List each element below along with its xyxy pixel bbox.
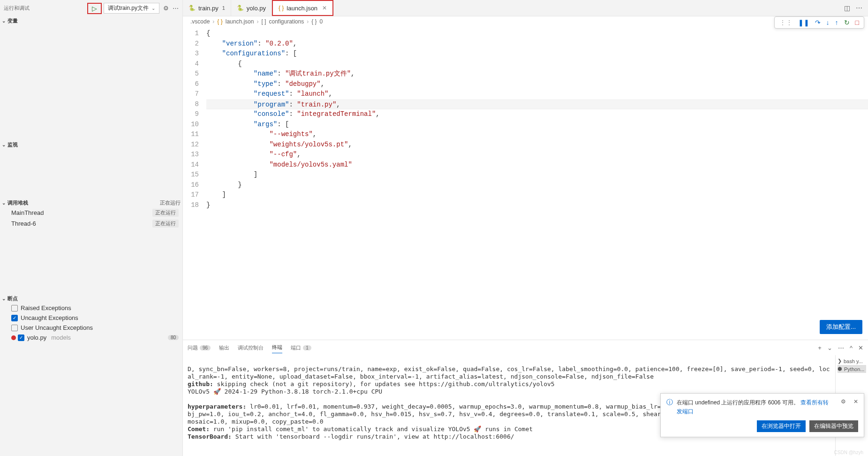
checkbox[interactable]: ✓ [18,334,24,341]
start-debug-button[interactable]: ▷ [87,3,102,14]
editor: 123456789101112131415161718 { "version":… [183,27,868,340]
gear-icon[interactable]: ⚙ [841,398,846,405]
sidebar-title: 运行和调试 [4,5,87,12]
chevron-right-icon: › [257,18,258,25]
breakpoint-label: Uncaught Exceptions [21,314,78,321]
restart-icon[interactable]: ↻ [844,19,850,26]
section-breakpoints: Raised Exceptions ✓ Uncaught Exceptions … [0,303,182,456]
callstack-status: 正在运行 [160,199,181,206]
terminal-bash[interactable]: ❯ bash y... [838,357,866,365]
play-icon: ▷ [92,5,97,12]
chevron-down-icon: ⌄ [2,200,6,205]
breakpoint-raised[interactable]: Raised Exceptions [0,303,182,313]
chevron-down-icon: ⌄ [151,6,155,11]
section-watch-header[interactable]: ⌄ 监视 [0,140,182,149]
terminal-item-label: bash y... [844,358,863,364]
preview-in-editor-button[interactable]: 在编辑器中预览 [809,420,858,432]
maximize-icon[interactable]: ^ [850,344,853,351]
new-terminal-icon[interactable]: + [818,344,822,351]
info-icon: ⓘ [666,398,673,407]
breadcrumb-file[interactable]: launch.json [226,18,254,25]
notification-sublink[interactable]: 发端口 [677,408,858,416]
code-editor[interactable]: 123456789101112131415161718 { "version":… [183,27,868,340]
code-content[interactable]: { "version": "0.2.0", "configurations": … [206,29,868,340]
more-icon[interactable]: ⋯ [838,344,844,351]
breakpoint-file[interactable]: ✓ yolo.py models 80 [0,333,182,342]
breadcrumb-obj[interactable]: 0 [320,18,323,25]
section-variables-header[interactable]: ⌄ 变量 [0,16,182,25]
tab-launch-json[interactable]: { } launch.json ✕ [272,0,333,16]
tabs-actions: ◫ ⋯ [844,4,868,12]
tab-label: launch.json [287,5,317,12]
section-breakpoints-label: 断点 [8,295,18,302]
chevron-right-icon: › [307,18,309,25]
close-icon[interactable]: ✕ [853,398,858,405]
terminal-github-text: skipping check (not a git repository), f… [213,380,555,388]
checkbox[interactable] [11,325,18,331]
chevron-down-icon: ⌄ [2,142,6,147]
bottom-panel: 问题 96 输出 调试控制台 终端 端口 1 + ⌄ ⋯ ^ ✕ D, sync… [183,340,868,456]
panel-tab-output[interactable]: 输出 [219,342,229,353]
terminal-item-label: Python... [844,366,864,372]
editor-tabs: 🐍 train.py 1 🐍 yolo.py { } launch.json ✕… [183,0,868,16]
terminal-yolo: YOLOv5 🚀 2024-1-29 Python-3.8.18 torch-2… [188,388,382,395]
add-config-button[interactable]: 添加配置... [820,320,862,334]
terminal-python[interactable]: ⬢ Python... [838,365,866,373]
terminal-line: D, sync_bn=False, workers=8, project=run… [188,365,830,380]
main-area: 🐍 train.py 1 🐍 yolo.py { } launch.json ✕… [183,0,868,456]
section-callstack-label: 调用堆栈 [8,199,28,206]
more-icon[interactable]: ⋯ [856,4,862,12]
chevron-down-icon[interactable]: ⌄ [827,344,832,351]
notification-toast: ⓘ 在端口 undefined 上运行的应用程序 6006 可用。 查看所有转 … [660,393,864,437]
panel-tab-ports[interactable]: 端口 1 [291,342,311,353]
grip-icon[interactable]: ⋮⋮ [779,19,793,26]
thread-name: Thread-6 [11,220,36,227]
breakpoint-folder: models [51,334,71,341]
checkbox[interactable]: ✓ [11,315,18,321]
step-out-icon[interactable]: ↑ [835,19,838,26]
tab-train-py[interactable]: 🐍 train.py 1 [183,0,231,16]
tab-yolo-py[interactable]: 🐍 yolo.py [231,0,272,16]
breakpoint-user-uncaught[interactable]: User Uncaught Exceptions [0,323,182,333]
step-over-icon[interactable]: ↷ [815,19,821,26]
debug-config-select[interactable]: 调试train.py文件 ⌄ [104,3,159,14]
breakpoint-uncaught[interactable]: ✓ Uncaught Exceptions [0,313,182,323]
pause-icon[interactable]: ❚❚ [798,19,809,26]
section-variables-label: 变量 [8,17,18,24]
section-watch-label: 监视 [8,141,18,148]
breadcrumb: .vscode › { } launch.json › [ ] configur… [183,16,868,27]
section-callstack-header[interactable]: ⌄ 调用堆栈 正在运行 [0,198,182,207]
close-icon[interactable]: ✕ [858,344,863,351]
thread-row[interactable]: MainThread 正在运行 [0,207,182,218]
debug-config-label: 调试train.py文件 [108,4,149,12]
watermark: CSDN @hzyh [834,450,863,455]
chevron-down-icon: ⌄ [2,18,6,23]
gear-icon[interactable]: ⚙ [163,5,169,12]
terminal-tb-text: Start with 'tensorboard --logdir runs/tr… [232,433,514,440]
section-variables [0,25,182,140]
notification-link[interactable]: 查看所有转 [800,399,829,406]
breadcrumb-array[interactable]: configurations [269,18,304,25]
breadcrumb-folder[interactable]: .vscode [190,18,210,25]
python-icon: 🐍 [189,5,196,11]
section-callstack: MainThread 正在运行 Thread-6 正在运行 [0,207,182,294]
section-watch [0,149,182,198]
panel-tab-debug-console[interactable]: 调试控制台 [238,342,264,353]
breakpoint-label: Raised Exceptions [21,304,71,312]
open-in-browser-button[interactable]: 在浏览器中打开 [757,420,806,432]
more-icon[interactable]: ⋯ [173,5,179,12]
terminal-comet-label: Comet: [188,426,210,433]
step-into-icon[interactable]: ↓ [826,19,830,26]
checkbox[interactable] [11,305,18,312]
tab-label: train.py [198,5,219,12]
stop-icon[interactable]: □ [855,19,859,26]
thread-row[interactable]: Thread-6 正在运行 [0,218,182,229]
section-breakpoints-header[interactable]: ⌄ 断点 [0,294,182,303]
split-editor-icon[interactable]: ◫ [844,4,850,12]
close-icon[interactable]: ✕ [322,5,327,11]
breakpoint-label: User Uncaught Exceptions [21,324,93,331]
panel-tab-terminal[interactable]: 终端 [272,342,282,353]
panel-tabs: 问题 96 输出 调试控制台 终端 端口 1 + ⌄ ⋯ ^ ✕ [183,340,868,355]
panel-tab-problems[interactable]: 问题 96 [188,342,211,353]
debug-icon: ⬢ [838,366,842,372]
